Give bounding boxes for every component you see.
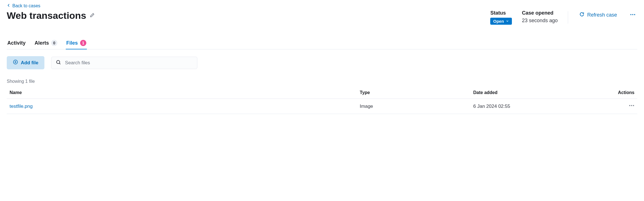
divider bbox=[568, 11, 568, 24]
tab-alerts-label: Alerts bbox=[35, 40, 49, 46]
svg-rect-5 bbox=[629, 105, 630, 106]
file-type: Image bbox=[357, 99, 471, 114]
col-type: Type bbox=[357, 87, 471, 99]
chevron-left-icon bbox=[7, 3, 11, 8]
search-input[interactable] bbox=[64, 60, 193, 66]
case-opened-value: 23 seconds ago bbox=[522, 18, 558, 24]
tab-files-label: Files bbox=[66, 40, 78, 46]
showing-count: Showing 1 file bbox=[7, 79, 637, 84]
table-row: testfile.png Image 6 Jan 2024 02:55 bbox=[7, 99, 637, 114]
refresh-case-label: Refresh case bbox=[587, 12, 617, 18]
tab-activity-label: Activity bbox=[7, 40, 26, 46]
col-actions: Actions bbox=[609, 87, 637, 99]
tab-activity[interactable]: Activity bbox=[7, 40, 26, 49]
tabs: Activity Alerts 0 Files 1 bbox=[7, 40, 637, 49]
boxes-horizontal-icon bbox=[630, 12, 636, 19]
row-actions-button[interactable] bbox=[629, 103, 634, 110]
files-table: Name Type Date added Actions testfile.pn… bbox=[7, 87, 637, 114]
tab-files[interactable]: Files 1 bbox=[66, 40, 87, 49]
svg-rect-7 bbox=[633, 105, 634, 106]
search-icon bbox=[56, 60, 61, 66]
edit-title-icon[interactable] bbox=[90, 13, 95, 19]
tab-alerts[interactable]: Alerts 0 bbox=[34, 40, 58, 49]
file-date: 6 Jan 2024 02:55 bbox=[471, 99, 609, 114]
back-to-cases-link[interactable]: Back to cases bbox=[7, 3, 40, 8]
col-date: Date added bbox=[471, 87, 609, 99]
file-name-link[interactable]: testfile.png bbox=[10, 104, 33, 109]
case-opened-label: Case opened bbox=[522, 10, 558, 16]
boxes-horizontal-icon bbox=[629, 103, 634, 110]
svg-point-4 bbox=[57, 60, 60, 63]
plus-circle-icon bbox=[13, 60, 18, 66]
page-title: Web transactions bbox=[7, 10, 86, 21]
svg-rect-1 bbox=[632, 14, 633, 15]
chevron-down-icon bbox=[506, 19, 509, 24]
tab-alerts-badge: 0 bbox=[51, 40, 57, 46]
search-files-field[interactable] bbox=[51, 57, 197, 69]
svg-rect-6 bbox=[631, 105, 632, 106]
add-file-label: Add file bbox=[21, 60, 38, 66]
back-to-cases-label: Back to cases bbox=[12, 3, 40, 8]
add-file-button[interactable]: Add file bbox=[7, 56, 44, 69]
status-value: Open bbox=[493, 19, 504, 24]
refresh-case-button[interactable]: Refresh case bbox=[578, 10, 618, 20]
col-name: Name bbox=[7, 87, 357, 99]
status-dropdown[interactable]: Open bbox=[490, 18, 512, 25]
more-actions-button[interactable] bbox=[628, 10, 637, 20]
status-label: Status bbox=[490, 10, 512, 16]
refresh-icon bbox=[579, 12, 584, 18]
svg-rect-2 bbox=[634, 14, 635, 15]
tab-files-badge: 1 bbox=[80, 40, 86, 46]
svg-rect-0 bbox=[631, 14, 631, 15]
